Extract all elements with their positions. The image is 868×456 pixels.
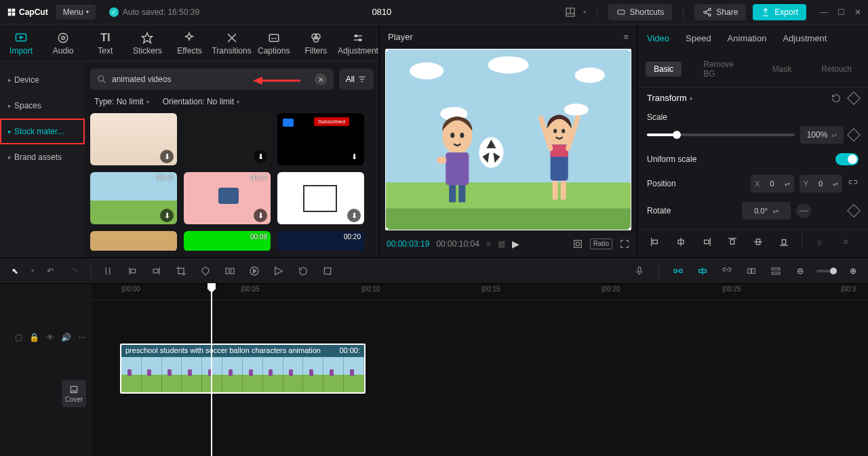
download-icon[interactable]: ⬇ [254,150,267,163]
rotate-tool-icon[interactable] [295,263,311,279]
link-icon[interactable] [848,179,859,188]
timeline-ruler[interactable]: |00:00 |00:05 |00:10 |00:15 |00:20 |00:2… [92,284,868,300]
subtab-mask[interactable]: Mask [764,62,800,77]
tab-transitions[interactable]: Transitions [211,28,253,61]
transform-section-title[interactable]: Transform ▴ [647,93,692,103]
stock-thumbnail[interactable]: ⬇ [277,172,364,224]
position-x-input[interactable]: X0▴▾ [751,175,793,192]
speed-icon[interactable] [246,263,262,279]
align-center-v-icon[interactable] [750,234,766,250]
stock-thumbnail[interactable]: 00:08 [184,231,271,251]
reset-icon[interactable] [831,94,841,103]
stock-thumbnail[interactable]: ⬇ [184,113,271,165]
maximize-icon[interactable]: ☐ [837,7,845,17]
tab-animation[interactable]: Animation [728,33,767,43]
tab-captions[interactable]: Captions [253,28,295,61]
align-left-icon[interactable] [647,234,663,250]
align-bottom-icon[interactable] [776,234,792,250]
mic-icon[interactable] [631,263,648,279]
stock-thumbnail[interactable]: 00:12⬇ [184,172,271,224]
compare-icon[interactable] [572,239,583,249]
link-tool-icon[interactable] [719,263,735,279]
rotate-dial[interactable]: — [796,203,811,218]
subtab-remove-bg[interactable]: Remove BG [695,57,750,81]
preview-icon[interactable] [743,263,760,279]
tab-import[interactable]: Import [0,28,42,61]
stock-thumbnail[interactable] [90,231,177,251]
tab-filters[interactable]: Filters [295,28,337,61]
stock-thumbnail[interactable]: 00:12⬇ [90,172,177,224]
keyframe-icon[interactable] [847,128,861,142]
filter-orientation[interactable]: Orientation: No limit ▾ [163,97,239,106]
reverse-icon[interactable] [271,263,287,279]
more-icon[interactable]: ⋯ [78,333,86,342]
align-right-icon[interactable] [698,234,715,250]
sidebar-item-spaces[interactable]: Spaces [0,93,85,119]
lock-icon[interactable]: 🔒 [29,333,39,342]
uniform-scale-toggle[interactable] [835,153,859,165]
subtab-retouch[interactable]: Retouch [813,62,860,77]
close-icon[interactable]: ✕ [854,7,861,17]
shortcuts-button[interactable]: Shortcuts [608,4,673,20]
scale-input[interactable]: 100%▴▾ [800,126,844,144]
player-menu-icon[interactable]: ≡ [623,32,629,42]
ratio-button[interactable]: Ratio [590,239,612,249]
video-clip[interactable]: preschool students with soccer ballon ch… [120,344,366,394]
crop-tool-icon[interactable] [319,263,336,279]
trim-left-icon[interactable] [124,263,140,279]
list-view-icon[interactable]: ≡ [486,239,491,249]
zoom-in-icon[interactable]: ⊕ [845,263,861,279]
download-icon[interactable]: ⬇ [347,209,361,222]
export-button[interactable]: Export [753,4,806,20]
tab-effects[interactable]: Effects [168,28,210,61]
eye-icon[interactable]: 👁 [46,333,54,342]
keyframe-icon[interactable] [847,204,861,217]
layout-icon[interactable] [564,6,576,18]
distribute-h-icon[interactable]: ⫼ [812,234,828,250]
undo-icon[interactable]: ↶ [42,263,58,279]
position-y-input[interactable]: Y0▴▾ [800,175,842,192]
subtab-basic[interactable]: Basic [646,62,682,77]
player-canvas[interactable] [385,49,631,230]
download-icon[interactable]: ⬇ [160,150,174,163]
menu-button[interactable]: Menu ▾ [56,5,96,20]
download-icon[interactable]: ⬇ [254,209,267,222]
download-icon[interactable]: ⬇ [347,150,361,163]
align-top-icon[interactable] [724,234,741,250]
cover-button[interactable]: Cover [62,380,86,407]
selection-tool-icon[interactable]: ⬉ [7,263,23,279]
tab-video[interactable]: Video [647,33,669,43]
play-button[interactable]: ▶ [512,239,519,249]
tab-adjustment-props[interactable]: Adjustment [783,33,827,43]
mute-icon[interactable]: 🔊 [61,333,71,342]
search-input[interactable] [112,75,309,84]
grid-view-icon[interactable]: ▦ [498,239,505,249]
stock-thumbnail[interactable]: Subscribed⬇ [277,113,364,165]
keyframe-icon[interactable] [847,91,861,105]
filter-all-button[interactable]: All [339,68,374,90]
zoom-out-icon[interactable]: ⊖ [792,263,808,279]
trim-right-icon[interactable] [149,263,165,279]
sidebar-item-stock-materials[interactable]: Stock mater... [0,119,85,144]
align-center-h-icon[interactable] [673,234,689,250]
redo-icon[interactable]: ↷ [66,263,83,279]
magnet-on-icon[interactable] [670,263,686,279]
crop-icon[interactable] [173,263,189,279]
share-button[interactable]: Share [694,4,746,20]
playhead-line[interactable] [211,284,212,456]
sidebar-item-brand-assets[interactable]: Brand assets [0,144,85,170]
scale-slider[interactable] [647,133,795,136]
fullscreen-icon[interactable] [619,239,630,249]
rotate-input[interactable]: 0.0°▴▾ [742,202,791,220]
tab-adjustment[interactable]: Adjustment [337,28,379,61]
stock-thumbnail[interactable]: 00:20 [277,231,364,251]
mirror-icon[interactable] [222,263,238,279]
project-title[interactable]: 0810 [199,7,564,17]
tab-speed[interactable]: Speed [686,33,711,43]
tab-audio[interactable]: Audio [42,28,84,61]
marker-icon[interactable] [197,263,214,279]
minimize-icon[interactable]: — [820,7,828,17]
filter-type[interactable]: Type: No limit ▾ [94,97,149,106]
snap-icon[interactable] [694,263,711,279]
collapse-icon[interactable]: ▢ [15,333,22,342]
